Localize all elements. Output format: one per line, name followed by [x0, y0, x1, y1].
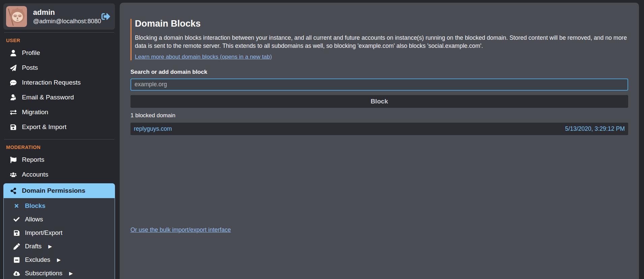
floppy-disk-icon: [13, 229, 20, 236]
sidebar-item-label: Email & Password: [22, 94, 74, 101]
user-card: admin @admin@localhost:8080: [3, 3, 115, 30]
sloth-avatar-image: [6, 6, 27, 27]
sidebar-subitem-subscriptions[interactable]: Subscriptions ▶: [4, 267, 115, 279]
page-title: Domain Blocks: [135, 19, 628, 29]
domain-search-input[interactable]: [130, 79, 628, 91]
blocked-domain-date: 5/13/2020, 3:29:12 PM: [565, 125, 625, 132]
sign-out-icon: [101, 12, 110, 21]
bulk-link-wrap: Or use the bulk import/export interface: [130, 226, 231, 234]
page-header: Domain Blocks Blocking a domain blocks i…: [130, 19, 628, 60]
sidebar-item-profile[interactable]: Profile: [3, 45, 115, 60]
settings-sidebar: admin @admin@localhost:8080 USER Profile…: [0, 0, 120, 279]
avatar: [6, 6, 27, 27]
sidebar-item-export-import[interactable]: Export & Import: [3, 120, 115, 134]
comment-dots-icon: [9, 79, 17, 86]
bulk-import-export-link[interactable]: Or use the bulk import/export interface: [130, 226, 231, 233]
sidebar-subitem-label: Subscriptions: [25, 270, 62, 277]
logout-button[interactable]: [101, 12, 110, 21]
sidebar-subitem-label: Excludes: [25, 256, 50, 264]
sidebar-item-label: Domain Permissions: [22, 187, 85, 194]
sidebar-item-interaction-requests[interactable]: Interaction Requests: [3, 75, 115, 90]
sidebar-item-label: Accounts: [22, 171, 48, 178]
divider: [4, 32, 114, 33]
user-lock-icon: [9, 94, 17, 101]
search-label: Search or add domain block: [130, 69, 628, 75]
blocked-domain-row[interactable]: replyguys.com 5/13/2020, 3:29:12 PM: [130, 123, 628, 135]
user-info: admin @admin@localhost:8080: [33, 8, 95, 25]
share-nodes-icon: [9, 187, 17, 194]
sidebar-item-accounts[interactable]: Accounts: [3, 167, 115, 182]
sidebar-subitem-label: Blocks: [25, 202, 46, 210]
divider: [4, 139, 114, 140]
x-icon: [13, 203, 20, 209]
sidebar-subitem-allows[interactable]: Allows: [4, 213, 115, 226]
sidebar-item-label: Profile: [22, 49, 40, 57]
flag-icon: [9, 156, 17, 163]
section-header-moderation: MODERATION: [6, 145, 115, 150]
minus-square-icon: [13, 256, 20, 263]
expand-arrow-icon: ▶: [48, 244, 52, 249]
pencil-icon: [13, 243, 20, 250]
domain-permissions-submenu: Blocks Allows Import/Export Drafts ▶: [3, 198, 115, 279]
page-description: Blocking a domain blocks interaction bet…: [135, 34, 628, 50]
domain-blocks-panel: Domain Blocks Blocking a domain blocks i…: [120, 3, 639, 279]
user-name: admin: [33, 8, 95, 17]
blocked-domain-name[interactable]: replyguys.com: [134, 125, 172, 132]
sidebar-subitem-import-export[interactable]: Import/Export: [4, 226, 115, 240]
expand-arrow-icon: ▶: [57, 257, 61, 262]
expand-arrow-icon: ▶: [69, 271, 73, 276]
sidebar-item-label: Interaction Requests: [22, 79, 81, 86]
sidebar-item-label: Posts: [22, 64, 38, 71]
cloud-download-icon: [13, 270, 20, 277]
block-button[interactable]: Block: [130, 95, 628, 108]
sidebar-item-label: Reports: [22, 156, 45, 163]
check-icon: [13, 216, 20, 223]
sidebar-subitem-blocks[interactable]: Blocks: [4, 199, 115, 213]
sidebar-subitem-drafts[interactable]: Drafts ▶: [4, 240, 115, 253]
sidebar-subitem-label: Allows: [25, 216, 43, 223]
users-icon: [9, 171, 17, 178]
sidebar-item-label: Export & Import: [22, 123, 66, 131]
blocked-domain-count: 1 blocked domain: [130, 112, 628, 119]
sidebar-subitem-label: Import/Export: [25, 229, 62, 237]
sidebar-item-migration[interactable]: Migration: [3, 105, 115, 120]
user-icon: [9, 50, 17, 56]
domain-block-form: Search or add domain block Block: [130, 69, 628, 108]
sidebar-subitem-excludes[interactable]: Excludes ▶: [4, 253, 115, 267]
sidebar-item-posts[interactable]: Posts: [3, 60, 115, 75]
user-handle: @admin@localhost:8080: [33, 18, 95, 25]
learn-more-link[interactable]: Learn more about domain blocks (opens in…: [135, 54, 272, 60]
sidebar-item-email-password[interactable]: Email & Password: [3, 90, 115, 105]
sidebar-subitem-label: Drafts: [25, 243, 41, 250]
floppy-disk-icon: [9, 124, 17, 130]
paper-plane-icon: [9, 64, 17, 71]
sidebar-item-label: Migration: [22, 108, 48, 116]
sidebar-item-domain-permissions[interactable]: Domain Permissions: [3, 183, 115, 198]
section-header-user: USER: [6, 38, 115, 43]
exchange-arrows-icon: [9, 109, 17, 116]
sidebar-item-reports[interactable]: Reports: [3, 152, 115, 167]
